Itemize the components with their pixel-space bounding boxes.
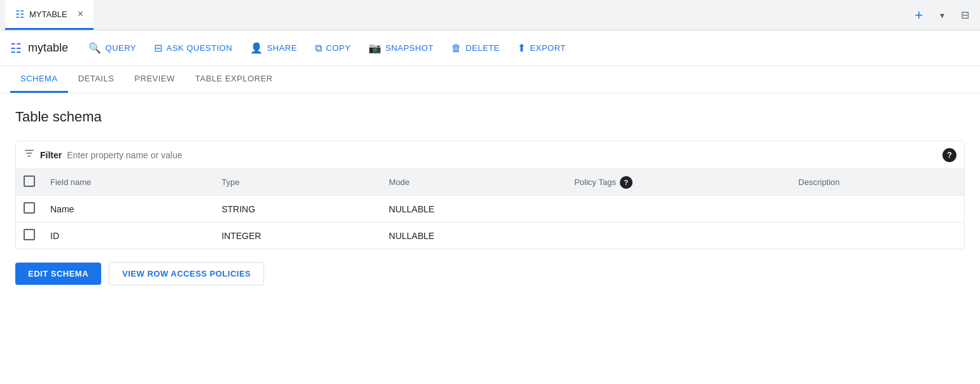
tab-actions: + ▾ ⊟ bbox=[909, 5, 975, 25]
filter-help-icon[interactable]: ? bbox=[942, 148, 956, 162]
header-mode: Mode bbox=[381, 169, 566, 196]
tab-mytable[interactable]: ☷ MYTABLE × bbox=[5, 0, 94, 30]
tab-details[interactable]: DETAILS bbox=[68, 66, 125, 93]
share-icon: 👤 bbox=[250, 42, 263, 54]
row2-mode: NULLABLE bbox=[381, 223, 566, 249]
tab-table-explorer[interactable]: TABLE EXPLORER bbox=[185, 66, 283, 93]
row2-type: INTEGER bbox=[214, 223, 381, 249]
delete-label: DELETE bbox=[466, 43, 500, 53]
row1-checkbox[interactable] bbox=[24, 202, 35, 214]
row1-description bbox=[791, 196, 965, 223]
row1-field-name: Name bbox=[43, 196, 214, 223]
toolbar-table-name: mytable bbox=[28, 41, 68, 55]
row2-checkbox[interactable] bbox=[24, 229, 35, 240]
ask-question-icon: ⊟ bbox=[154, 42, 163, 54]
copy-icon: ⧉ bbox=[315, 43, 323, 54]
schema-table: Field name Type Mode Policy Tags ? Descr… bbox=[15, 169, 965, 249]
tab-schema[interactable]: SCHEMA bbox=[10, 66, 68, 93]
row1-checkbox-cell bbox=[16, 196, 43, 223]
toolbar-title: ☷ mytable bbox=[10, 41, 68, 56]
ask-question-button[interactable]: ⊟ ASK QUESTION bbox=[146, 38, 240, 58]
header-checkbox-cell bbox=[16, 169, 43, 196]
row2-field-name: ID bbox=[43, 223, 214, 249]
row1-policy-tags bbox=[566, 196, 790, 223]
tab-preview[interactable]: PREVIEW bbox=[124, 66, 185, 93]
copy-button[interactable]: ⧉ COPY bbox=[307, 39, 358, 58]
table-icon: ☷ bbox=[15, 8, 24, 20]
filter-icon bbox=[24, 147, 35, 162]
view-row-access-button[interactable]: VIEW ROW ACCESS POLICIES bbox=[109, 262, 264, 285]
tab-close-button[interactable]: × bbox=[78, 8, 83, 20]
share-label: SHARE bbox=[267, 43, 297, 53]
sub-tabs: SCHEMA DETAILS PREVIEW TABLE EXPLORER bbox=[0, 66, 980, 93]
toolbar: ☷ mytable 🔍 QUERY ⊟ ASK QUESTION 👤 SHARE… bbox=[0, 31, 980, 66]
filter-input[interactable] bbox=[67, 150, 937, 160]
table-header-row: Field name Type Mode Policy Tags ? Descr… bbox=[16, 169, 965, 196]
export-label: EXPORT bbox=[530, 43, 566, 53]
edit-schema-button[interactable]: EDIT SCHEMA bbox=[15, 263, 101, 285]
delete-button[interactable]: 🗑 DELETE bbox=[444, 39, 507, 58]
header-checkbox[interactable] bbox=[24, 175, 35, 187]
query-button[interactable]: 🔍 QUERY bbox=[81, 38, 144, 58]
delete-icon: 🗑 bbox=[451, 43, 462, 54]
export-button[interactable]: ⬆ EXPORT bbox=[510, 38, 573, 58]
row2-description bbox=[791, 223, 965, 249]
tab-label: MYTABLE bbox=[29, 10, 67, 19]
row2-policy-tags bbox=[566, 223, 790, 249]
tab-bar: ☷ MYTABLE × + ▾ ⊟ bbox=[0, 0, 980, 31]
main-content: Table schema Filter ? Field name Type Mo… bbox=[0, 93, 980, 301]
table-row: Name STRING NULLABLE bbox=[16, 196, 965, 223]
row2-checkbox-cell bbox=[16, 223, 43, 249]
share-button[interactable]: 👤 SHARE bbox=[242, 38, 305, 58]
row1-type: STRING bbox=[214, 196, 381, 223]
export-icon: ⬆ bbox=[517, 42, 526, 54]
header-policy-tags: Policy Tags ? bbox=[566, 169, 790, 196]
page-title: Table schema bbox=[15, 109, 965, 125]
header-field-name: Field name bbox=[43, 169, 214, 196]
snapshot-button[interactable]: 📷 SNAPSHOT bbox=[361, 38, 441, 58]
policy-tags-help-icon[interactable]: ? bbox=[620, 176, 633, 189]
tab-grid-button[interactable]: ⊟ bbox=[955, 5, 975, 25]
copy-label: COPY bbox=[326, 43, 351, 53]
filter-bar: Filter ? bbox=[15, 141, 965, 169]
toolbar-table-icon: ☷ bbox=[10, 41, 22, 56]
row1-mode: NULLABLE bbox=[381, 196, 566, 223]
table-row: ID INTEGER NULLABLE bbox=[16, 223, 965, 249]
snapshot-icon: 📷 bbox=[368, 42, 382, 54]
header-description: Description bbox=[791, 169, 965, 196]
query-icon: 🔍 bbox=[88, 42, 102, 54]
add-tab-button[interactable]: + bbox=[909, 5, 929, 25]
query-label: QUERY bbox=[106, 43, 137, 53]
filter-label: Filter bbox=[40, 150, 62, 160]
ask-question-label: ASK QUESTION bbox=[167, 43, 233, 53]
header-type: Type bbox=[214, 169, 381, 196]
bottom-actions: EDIT SCHEMA VIEW ROW ACCESS POLICIES bbox=[15, 262, 965, 285]
tab-dropdown-button[interactable]: ▾ bbox=[932, 5, 952, 25]
snapshot-label: SNAPSHOT bbox=[386, 43, 434, 53]
